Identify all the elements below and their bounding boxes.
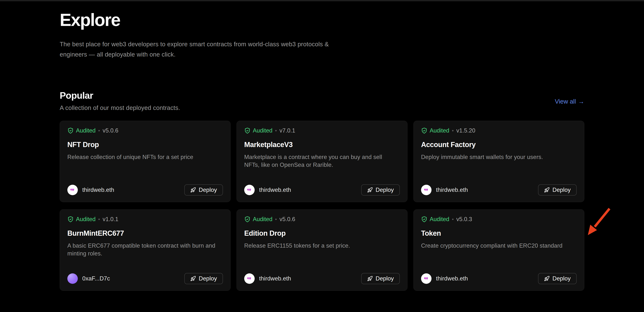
deploy-label: Deploy: [552, 186, 571, 193]
card-footer: thirdweb.eth Deploy: [421, 184, 577, 196]
rocket-icon: [367, 276, 373, 282]
contract-version: v7.0.1: [280, 127, 295, 134]
explore-page: { "header": { "title": "Explore", "subti…: [0, 0, 644, 312]
page-title: Explore: [60, 11, 584, 29]
shield-check-icon: [421, 128, 428, 134]
publisher-avatar: [244, 185, 255, 195]
audited-label: Audited: [76, 127, 96, 134]
badge-separator: •: [275, 128, 277, 134]
audited-badge: Audited: [67, 216, 96, 222]
card-badge-row: Audited • v7.0.1: [244, 127, 400, 134]
contract-title: MarketplaceV3: [244, 141, 400, 149]
card-badge-row: Audited • v5.0.6: [244, 216, 400, 222]
thirdweb-logo-icon: [423, 187, 430, 193]
shield-check-icon: [67, 128, 74, 134]
page-container: Explore The best place for web3 develope…: [60, 0, 584, 291]
audited-label: Audited: [76, 216, 96, 222]
contract-card[interactable]: Audited • v1.5.20 Account Factory Deploy…: [414, 121, 584, 202]
rocket-icon: [544, 187, 550, 193]
badge-separator: •: [452, 128, 454, 134]
contract-title: Edition Drop: [244, 229, 400, 237]
badge-separator: •: [452, 216, 454, 222]
deploy-button[interactable]: Deploy: [361, 184, 400, 196]
deploy-label: Deploy: [199, 275, 217, 282]
thirdweb-logo-icon: [246, 276, 252, 282]
publisher-avatar: [421, 273, 432, 284]
contract-version: v5.0.6: [102, 127, 118, 134]
deploy-button[interactable]: Deploy: [184, 273, 223, 284]
contract-version: v5.0.3: [456, 216, 472, 222]
badge-separator: •: [98, 128, 100, 134]
card-badge-row: Audited • v5.0.3: [421, 216, 577, 222]
rocket-icon: [190, 276, 196, 282]
contract-description: A basic ERC677 compatible token contract…: [67, 242, 218, 258]
arrow-right-icon: →: [578, 98, 584, 105]
contract-title: Token: [421, 229, 577, 237]
rocket-icon: [544, 276, 550, 282]
shield-check-icon: [421, 216, 428, 222]
contract-description: Create cryptocurrency compliant with ERC…: [421, 242, 572, 250]
view-all-label: View all: [555, 98, 576, 105]
contract-card[interactable]: Audited • v5.0.6 Edition Drop Release ER…: [236, 209, 408, 291]
cards-grid: Audited • v5.0.6 NFT Drop Release collec…: [60, 121, 584, 291]
shield-check-icon: [244, 216, 250, 222]
audited-badge: Audited: [67, 127, 96, 134]
contract-card[interactable]: Audited • v7.0.1 MarketplaceV3 Marketpla…: [236, 121, 408, 202]
publisher-name: 0xaF...D7c: [82, 275, 110, 282]
publisher-name: thirdweb.eth: [436, 275, 468, 282]
deploy-label: Deploy: [199, 186, 217, 193]
popular-heading: Popular: [60, 90, 584, 101]
top-divider: [0, 0, 644, 1]
card-footer: thirdweb.eth Deploy: [421, 273, 577, 284]
deploy-label: Deploy: [376, 275, 394, 282]
card-footer: thirdweb.eth Deploy: [244, 184, 400, 196]
card-footer: 0xaF...D7c Deploy: [67, 273, 223, 284]
deploy-button[interactable]: Deploy: [538, 273, 577, 284]
audited-label: Audited: [430, 127, 449, 134]
badge-separator: •: [98, 216, 100, 222]
contract-version: v1.0.1: [102, 216, 118, 222]
thirdweb-logo-icon: [246, 187, 252, 193]
thirdweb-logo-icon: [423, 276, 430, 282]
contract-card[interactable]: Audited • v1.0.1 BurnMintERC677 A basic …: [60, 209, 230, 291]
audited-badge: Audited: [244, 216, 272, 222]
contract-description: Release collection of unique NFTs for a …: [67, 153, 218, 161]
annotation-arrow: [582, 204, 621, 243]
audited-badge: Audited: [244, 127, 272, 134]
contract-description: Release ERC1155 tokens for a set price.: [244, 242, 395, 250]
card-badge-row: Audited • v1.0.1: [67, 216, 223, 222]
rocket-icon: [367, 187, 373, 193]
contract-version: v5.0.6: [280, 216, 295, 222]
contract-title: NFT Drop: [67, 141, 223, 149]
card-badge-row: Audited • v1.5.20: [421, 127, 577, 134]
publisher-name: thirdweb.eth: [82, 186, 114, 193]
deploy-button[interactable]: Deploy: [538, 184, 577, 196]
audited-label: Audited: [253, 216, 272, 222]
publisher-name: thirdweb.eth: [259, 275, 291, 282]
contract-card[interactable]: Audited • v5.0.6 NFT Drop Release collec…: [60, 121, 230, 202]
popular-section: Popular A collection of our most deploye…: [60, 90, 584, 291]
card-footer: thirdweb.eth Deploy: [67, 184, 223, 196]
contract-version: v1.5.20: [456, 127, 475, 134]
page-subtitle: The best place for web3 developers to ex…: [60, 39, 345, 60]
view-all-link[interactable]: View all →: [555, 98, 584, 105]
deploy-label: Deploy: [552, 275, 571, 282]
audited-badge: Audited: [421, 216, 449, 222]
card-footer: thirdweb.eth Deploy: [244, 273, 400, 284]
deploy-label: Deploy: [376, 186, 394, 193]
contract-description: Marketplace is a contract where you can …: [244, 153, 395, 169]
contract-description: Deploy immutable smart wallets for your …: [421, 153, 572, 161]
deploy-button[interactable]: Deploy: [361, 273, 400, 284]
publisher-avatar: [67, 273, 78, 284]
publisher-avatar: [67, 185, 78, 195]
card-badge-row: Audited • v5.0.6: [67, 127, 223, 134]
deploy-button[interactable]: Deploy: [184, 184, 223, 196]
rocket-icon: [190, 187, 196, 193]
contract-card[interactable]: Audited • v5.0.3 Token Create cryptocurr…: [414, 209, 584, 291]
thirdweb-logo-icon: [70, 187, 76, 193]
shield-check-icon: [67, 216, 74, 222]
badge-separator: •: [275, 216, 277, 222]
popular-subheading: A collection of our most deployed contra…: [60, 104, 584, 112]
contract-title: BurnMintERC677: [67, 229, 223, 237]
audited-badge: Audited: [421, 127, 449, 134]
